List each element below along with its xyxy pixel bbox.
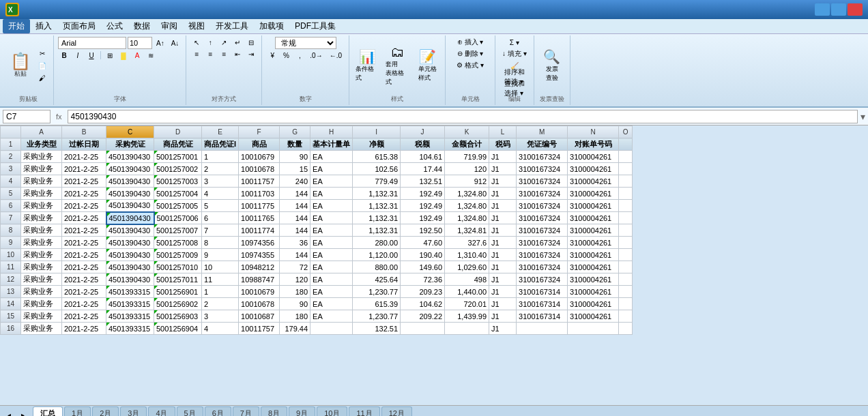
cell-r6-c4[interactable]: 5001257005 [154, 200, 202, 212]
cell-r16-c4[interactable]: 5001256904 [154, 323, 202, 335]
menu-item-插入[interactable]: 插入 [30, 19, 57, 33]
cell-r9-c7[interactable]: 36 [280, 237, 310, 249]
fill-color-button[interactable]: ▓ [117, 50, 130, 61]
cell-r3-c14[interactable]: 3100004261 [568, 163, 619, 175]
cell-r12-c1[interactable]: 采购业务 [21, 273, 62, 286]
row-number-8[interactable]: 8 [1, 224, 21, 237]
cell-r2-c11[interactable]: 719.99 [445, 151, 489, 163]
cell-r4-c14[interactable]: 3100004261 [568, 175, 619, 188]
cell-r2-c1[interactable]: 采购业务 [21, 151, 62, 163]
cell-r15-c4[interactable]: 5001256903 [154, 310, 202, 323]
cell-r7-c14[interactable]: 3100004261 [568, 212, 619, 224]
cell-r11-c13[interactable]: 3100167324 [517, 261, 568, 273]
cell-r5-c13[interactable]: 3100167324 [517, 188, 568, 200]
font-name-input[interactable] [58, 37, 126, 49]
cell-r1-c13[interactable]: 凭证编号 [517, 138, 568, 151]
cell-r4-c15[interactable] [619, 175, 633, 188]
cell-r11-c14[interactable]: 3100004261 [568, 261, 619, 273]
font-color-button[interactable]: A [131, 50, 143, 61]
cell-r4-c11[interactable]: 912 [445, 175, 489, 188]
cell-r13-c4[interactable]: 5001256901 [154, 286, 202, 298]
cell-r6-c10[interactable]: 192.49 [401, 200, 445, 212]
cell-r13-c3[interactable]: 4501393315 [106, 286, 154, 298]
cell-r5-c6[interactable]: 10011703 [239, 188, 280, 200]
cell-r5-c15[interactable] [619, 188, 633, 200]
cell-r12-c14[interactable]: 3100004261 [568, 273, 619, 286]
row-number-5[interactable]: 5 [1, 188, 21, 200]
cell-r8-c13[interactable]: 3100167324 [517, 224, 568, 237]
cell-r15-c15[interactable] [619, 310, 633, 323]
table-format-button[interactable]: 🗂 套用表格格式 [384, 42, 411, 89]
cell-r5-c4[interactable]: 5001257004 [154, 188, 202, 200]
cell-r6-c7[interactable]: 144 [280, 200, 310, 212]
cell-r9-c12[interactable]: J1 [489, 237, 517, 249]
cell-r12-c3[interactable]: 4501390430 [106, 273, 154, 286]
formula-expand-icon[interactable]: ▾ [860, 111, 865, 122]
cell-r7-c5[interactable]: 6 [202, 212, 239, 224]
col-header-E[interactable]: E [202, 126, 239, 138]
cell-r6-c14[interactable]: 3100004261 [568, 200, 619, 212]
cell-r15-c10[interactable]: 209.22 [401, 310, 445, 323]
cell-r2-c10[interactable]: 104.61 [401, 151, 445, 163]
cell-r4-c13[interactable]: 3100167324 [517, 175, 568, 188]
cell-r8-c14[interactable]: 3100004261 [568, 224, 619, 237]
cell-r2-c8[interactable]: EA [310, 151, 353, 163]
cell-r8-c6[interactable]: 10011774 [239, 224, 280, 237]
cell-r3-c7[interactable]: 15 [280, 163, 310, 175]
cell-r8-c8[interactable]: EA [310, 224, 353, 237]
increase-font-button[interactable]: A↑ [154, 38, 167, 48]
col-header-O[interactable]: O [619, 126, 633, 138]
cell-r4-c4[interactable]: 5001257003 [154, 175, 202, 188]
currency-button[interactable]: ¥ [266, 50, 278, 61]
fill-button[interactable]: ↓ 填充 ▾ [500, 48, 530, 59]
cell-r9-c3[interactable]: 4501390430 [106, 237, 154, 249]
cell-r6-c5[interactable]: 5 [202, 200, 239, 212]
menu-item-页面布局[interactable]: 页面布局 [57, 19, 101, 33]
italic-button[interactable]: I [72, 50, 84, 61]
cell-r9-c14[interactable]: 3100004261 [568, 237, 619, 249]
cell-r10-c12[interactable]: J1 [489, 249, 517, 261]
cell-r3-c1[interactable]: 采购业务 [21, 163, 62, 175]
cell-r3-c3[interactable]: 4501390430 [106, 163, 154, 175]
cell-r13-c2[interactable]: 2021-2-25 [62, 286, 106, 298]
cell-r5-c14[interactable]: 3100004261 [568, 188, 619, 200]
cell-r5-c9[interactable]: 1,132.31 [353, 188, 401, 200]
sum-button[interactable]: Σ ▾ [507, 37, 522, 48]
cell-r14-c12[interactable]: J1 [489, 298, 517, 310]
cell-r16-c10[interactable] [401, 323, 445, 335]
cell-r7-c4[interactable]: 5001257006 [154, 212, 202, 224]
cell-r15-c6[interactable]: 10010687 [239, 310, 280, 323]
cell-r4-c1[interactable]: 采购业务 [21, 175, 62, 188]
cell-r10-c2[interactable]: 2021-2-25 [62, 249, 106, 261]
cell-r7-c13[interactable]: 3100167324 [517, 212, 568, 224]
cell-r16-c1[interactable]: 采购业务 [21, 323, 62, 335]
col-header-I[interactable]: I [353, 126, 401, 138]
cell-r10-c5[interactable]: 9 [202, 249, 239, 261]
cell-r10-c8[interactable]: EA [310, 249, 353, 261]
comma-button[interactable]: , [293, 50, 306, 61]
tab-scroll-right[interactable]: ▸ [16, 409, 29, 416]
cell-style-button[interactable]: 📝 单元格样式 [414, 46, 441, 85]
cell-r16-c11[interactable] [445, 323, 489, 335]
cell-r15-c3[interactable]: 4501393315 [106, 310, 154, 323]
cell-r10-c1[interactable]: 采购业务 [21, 249, 62, 261]
align-top-center-button[interactable]: ↑ [204, 37, 216, 48]
cell-r5-c8[interactable]: EA [310, 188, 353, 200]
cell-r1-c3[interactable]: 采购凭证 [106, 138, 154, 151]
cell-r7-c6[interactable]: 10011765 [239, 212, 280, 224]
align-center-button[interactable]: ≡ [204, 48, 216, 59]
cell-r9-c6[interactable]: 10974356 [239, 237, 280, 249]
cell-r7-c1[interactable]: 采购业务 [21, 212, 62, 224]
menu-item-开始[interactable]: 开始 [3, 19, 30, 33]
cell-r14-c14[interactable]: 3100004261 [568, 298, 619, 310]
decimal-increase-button[interactable]: .0→ [307, 50, 325, 61]
cell-r14-c4[interactable]: 5001256902 [154, 298, 202, 310]
cell-r9-c4[interactable]: 5001257008 [154, 237, 202, 249]
cell-r11-c12[interactable]: J1 [489, 261, 517, 273]
cell-r8-c5[interactable]: 7 [202, 224, 239, 237]
row-number-2[interactable]: 2 [1, 151, 21, 163]
align-right-button[interactable]: ≡ [218, 48, 230, 59]
cell-r4-c5[interactable]: 3 [202, 175, 239, 188]
cell-r3-c8[interactable]: EA [310, 163, 353, 175]
align-left-button[interactable]: ≡ [190, 48, 203, 59]
